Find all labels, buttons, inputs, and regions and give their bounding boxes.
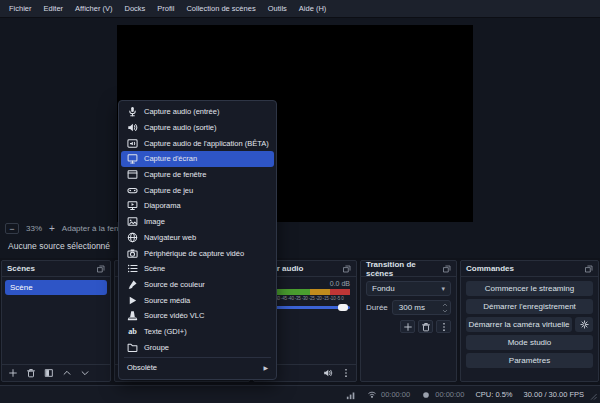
menu-item-texte-gdi[interactable]: abTexte (GDI+) (121, 324, 274, 340)
menu-item-image[interactable]: Image (121, 214, 274, 230)
menu-item-source-media[interactable]: Source média (121, 292, 274, 308)
up-button[interactable] (59, 367, 74, 380)
gear-icon (580, 320, 589, 329)
menu-item-capture-audio-sortie[interactable]: Capture audio (sortie) (121, 120, 274, 136)
submenu-arrow-icon: ▶ (263, 364, 268, 371)
slideshow-icon (127, 200, 138, 211)
cpu-usage: CPU: 0.5% (475, 390, 512, 399)
transition-select[interactable]: Fondu ▾ (366, 281, 451, 296)
resize-grip-icon[interactable] (588, 391, 598, 401)
menubar-item-editer[interactable]: Editer (38, 0, 70, 18)
popout-icon[interactable] (443, 265, 451, 273)
filter-button[interactable] (41, 367, 56, 380)
context-menu: Capture audio (entrée)Capture audio (sor… (118, 100, 277, 380)
menu-item-label: Capture d'écran (144, 154, 197, 163)
volume-slider-handle[interactable] (338, 304, 348, 311)
menu-item-capture-audio-de-l-application-beta[interactable]: Capture audio de l'application (BÊTA) (121, 135, 274, 151)
popout-icon[interactable] (343, 265, 351, 273)
menu-item-source-de-couleur[interactable]: Source de couleur (121, 277, 274, 293)
commencer-le-streaming-button[interactable]: Commencer le streaming (466, 281, 593, 296)
menubar-item-fichier[interactable]: Fichier (3, 0, 38, 18)
zoom-level: 33% (26, 224, 42, 233)
statusbar: 00:00:00 00:00:00 CPU: 0.5% 30.00 / 30.0… (0, 385, 600, 403)
trash-button[interactable] (418, 320, 433, 333)
menu-item-capture-d-ecran[interactable]: Capture d'écran (121, 151, 274, 167)
dots-button[interactable] (338, 367, 353, 380)
menu-item-peripherique-de-capture-video[interactable]: Périphérique de capture vidéo (121, 245, 274, 261)
vlc-icon (127, 310, 138, 321)
mode-studio-button[interactable]: Mode studio (466, 335, 593, 350)
menu-item-diaporama[interactable]: Diaporama (121, 198, 274, 214)
menubar-item-outils[interactable]: Outils (262, 0, 293, 18)
preview-area: − 33% + Adapter à la fenêtre Aucune sour… (0, 18, 600, 258)
record-icon (421, 390, 431, 400)
menu-item-label: Texte (GDI+) (144, 327, 187, 336)
down-icon (80, 368, 90, 378)
zoom-out-button[interactable]: − (5, 223, 19, 234)
controls-panel-title: Commandes (466, 264, 514, 273)
popout-icon (343, 265, 351, 273)
plus-button[interactable] (5, 367, 20, 380)
menu-item-obsolete[interactable]: Obsolète▶ (121, 360, 274, 376)
menubar-item-afficher-v[interactable]: Afficher (V) (69, 0, 118, 18)
transitions-panel-title: Transition de scènes (366, 260, 443, 278)
popout-icon[interactable] (97, 265, 105, 273)
demarrer-l-enregistrement-button[interactable]: Démarrer l'enregistrement (466, 299, 593, 314)
menubar-item-profil[interactable]: Profil (151, 0, 180, 18)
menu-item-scene[interactable]: Scène (121, 261, 274, 277)
stream-time: 00:00:00 (381, 390, 410, 399)
signal-icon (346, 390, 356, 400)
zoom-in-button[interactable]: + (49, 223, 55, 234)
filter-icon (44, 368, 54, 378)
menu-item-capture-audio-entree[interactable]: Capture audio (entrée) (121, 104, 274, 120)
camera-icon (127, 248, 138, 259)
menu-item-label: Navigateur web (144, 233, 196, 242)
menubar-item-docks[interactable]: Docks (118, 0, 151, 18)
scenes-toolbar (2, 364, 110, 381)
duration-spinner[interactable]: 300 ms (392, 300, 451, 315)
menu-separator (124, 357, 271, 358)
menu-item-label: Capture de jeu (144, 186, 193, 195)
stream-time-group: 00:00:00 (367, 390, 410, 400)
scenes-panel-header: Scènes (2, 261, 110, 277)
trash-button[interactable] (23, 367, 38, 380)
duration-value: 300 ms (399, 303, 425, 312)
controls-panel-header: Commandes (461, 261, 598, 277)
menubar-item-aide-h[interactable]: Aide (H) (293, 0, 333, 18)
scene-list: Scène (2, 280, 110, 295)
popout-icon[interactable] (585, 265, 593, 273)
virtual-camera-settings-button[interactable] (575, 317, 593, 332)
down-button[interactable] (77, 367, 92, 380)
speaker-button[interactable] (320, 367, 335, 380)
mic-icon (127, 106, 138, 117)
menu-item-groupe[interactable]: Groupe (121, 339, 274, 355)
stream-icon (367, 390, 377, 400)
transitions-panel-header: Transition de scènes (361, 261, 456, 277)
display-icon (127, 153, 138, 164)
menu-item-navigateur-web[interactable]: Navigateur web (121, 230, 274, 246)
demarrer-la-camera-virtuelle-button[interactable]: Démarrer la caméra virtuelle (466, 317, 572, 332)
menu-item-capture-de-jeu[interactable]: Capture de jeu (121, 182, 274, 198)
chevron-down-icon: ▾ (441, 285, 445, 293)
plus-button[interactable] (400, 320, 415, 333)
menu-item-label: Périphérique de capture vidéo (144, 249, 244, 258)
transitions-toolbar (361, 320, 451, 333)
menu-item-capture-de-fenetre[interactable]: Capture de fenêtre (121, 167, 274, 183)
menubar-item-collection-de-scenes[interactable]: Collection de scènes (180, 0, 261, 18)
transition-selected-value: Fondu (372, 284, 395, 293)
menu-item-label: Scène (144, 264, 165, 273)
scene-list-item[interactable]: Scène (5, 280, 107, 295)
globe-icon (127, 232, 138, 243)
dots-icon (341, 368, 351, 378)
menu-item-label: Diaporama (144, 201, 181, 210)
menu-item-source-video-vlc[interactable]: Source vidéo VLC (121, 308, 274, 324)
dots-icon (439, 322, 449, 332)
meter-red-segment (330, 289, 350, 295)
menu-item-label: Capture audio de l'application (BÊTA) (144, 139, 269, 148)
spinner-arrows[interactable] (442, 302, 448, 314)
parametres-button[interactable]: Paramètres (466, 353, 593, 368)
svg-text:ab: ab (128, 327, 137, 336)
dots-button[interactable] (436, 320, 451, 333)
menu-item-label: Source média (144, 296, 190, 305)
image-icon (127, 216, 138, 227)
